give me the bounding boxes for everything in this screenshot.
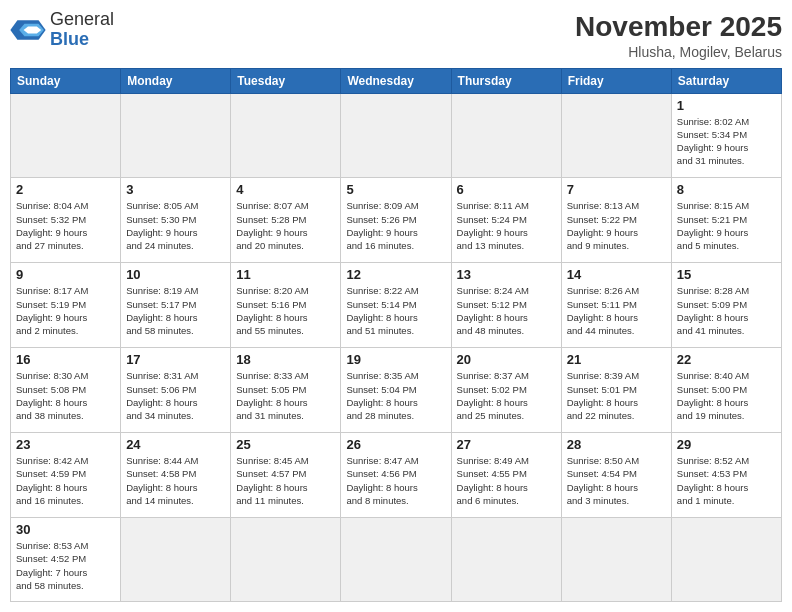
calendar-cell: 17Sunrise: 8:31 AM Sunset: 5:06 PM Dayli… [121, 348, 231, 433]
calendar-cell [231, 517, 341, 601]
day-number: 21 [567, 352, 666, 367]
calendar-cell: 12Sunrise: 8:22 AM Sunset: 5:14 PM Dayli… [341, 263, 451, 348]
day-info: Sunrise: 8:04 AM Sunset: 5:32 PM Dayligh… [16, 199, 115, 252]
day-info: Sunrise: 8:19 AM Sunset: 5:17 PM Dayligh… [126, 284, 225, 337]
logo-icon [10, 15, 46, 45]
day-info: Sunrise: 8:02 AM Sunset: 5:34 PM Dayligh… [677, 115, 776, 168]
day-info: Sunrise: 8:22 AM Sunset: 5:14 PM Dayligh… [346, 284, 445, 337]
day-info: Sunrise: 8:24 AM Sunset: 5:12 PM Dayligh… [457, 284, 556, 337]
week-row-3: 16Sunrise: 8:30 AM Sunset: 5:08 PM Dayli… [11, 348, 782, 433]
title-block: November 2025 Hlusha, Mogilev, Belarus [575, 10, 782, 60]
day-info: Sunrise: 8:53 AM Sunset: 4:52 PM Dayligh… [16, 539, 115, 592]
page: General Blue November 2025 Hlusha, Mogil… [0, 0, 792, 612]
day-info: Sunrise: 8:45 AM Sunset: 4:57 PM Dayligh… [236, 454, 335, 507]
calendar-cell: 22Sunrise: 8:40 AM Sunset: 5:00 PM Dayli… [671, 348, 781, 433]
day-info: Sunrise: 8:26 AM Sunset: 5:11 PM Dayligh… [567, 284, 666, 337]
logo: General Blue [10, 10, 114, 50]
weekday-header-tuesday: Tuesday [231, 68, 341, 93]
weekday-header-sunday: Sunday [11, 68, 121, 93]
calendar-cell: 29Sunrise: 8:52 AM Sunset: 4:53 PM Dayli… [671, 433, 781, 518]
day-number: 29 [677, 437, 776, 452]
day-info: Sunrise: 8:35 AM Sunset: 5:04 PM Dayligh… [346, 369, 445, 422]
calendar-cell: 27Sunrise: 8:49 AM Sunset: 4:55 PM Dayli… [451, 433, 561, 518]
calendar-cell [561, 93, 671, 178]
day-info: Sunrise: 8:37 AM Sunset: 5:02 PM Dayligh… [457, 369, 556, 422]
day-number: 25 [236, 437, 335, 452]
day-info: Sunrise: 8:13 AM Sunset: 5:22 PM Dayligh… [567, 199, 666, 252]
weekday-header-friday: Friday [561, 68, 671, 93]
day-info: Sunrise: 8:42 AM Sunset: 4:59 PM Dayligh… [16, 454, 115, 507]
day-number: 18 [236, 352, 335, 367]
logo-text: General Blue [50, 10, 114, 50]
day-number: 7 [567, 182, 666, 197]
day-info: Sunrise: 8:30 AM Sunset: 5:08 PM Dayligh… [16, 369, 115, 422]
day-number: 27 [457, 437, 556, 452]
day-number: 30 [16, 522, 115, 537]
calendar-cell: 24Sunrise: 8:44 AM Sunset: 4:58 PM Dayli… [121, 433, 231, 518]
calendar-cell: 25Sunrise: 8:45 AM Sunset: 4:57 PM Dayli… [231, 433, 341, 518]
calendar-table: SundayMondayTuesdayWednesdayThursdayFrid… [10, 68, 782, 602]
weekday-header-monday: Monday [121, 68, 231, 93]
day-info: Sunrise: 8:07 AM Sunset: 5:28 PM Dayligh… [236, 199, 335, 252]
calendar-cell [11, 93, 121, 178]
calendar-cell: 19Sunrise: 8:35 AM Sunset: 5:04 PM Dayli… [341, 348, 451, 433]
day-info: Sunrise: 8:40 AM Sunset: 5:00 PM Dayligh… [677, 369, 776, 422]
header: General Blue November 2025 Hlusha, Mogil… [10, 10, 782, 60]
calendar-cell: 20Sunrise: 8:37 AM Sunset: 5:02 PM Dayli… [451, 348, 561, 433]
day-number: 3 [126, 182, 225, 197]
calendar-cell [121, 93, 231, 178]
weekday-header-saturday: Saturday [671, 68, 781, 93]
weekday-header-thursday: Thursday [451, 68, 561, 93]
day-info: Sunrise: 8:47 AM Sunset: 4:56 PM Dayligh… [346, 454, 445, 507]
calendar-cell: 16Sunrise: 8:30 AM Sunset: 5:08 PM Dayli… [11, 348, 121, 433]
day-info: Sunrise: 8:15 AM Sunset: 5:21 PM Dayligh… [677, 199, 776, 252]
calendar-cell: 1Sunrise: 8:02 AM Sunset: 5:34 PM Daylig… [671, 93, 781, 178]
day-number: 10 [126, 267, 225, 282]
calendar-cell: 4Sunrise: 8:07 AM Sunset: 5:28 PM Daylig… [231, 178, 341, 263]
week-row-5: 30Sunrise: 8:53 AM Sunset: 4:52 PM Dayli… [11, 517, 782, 601]
day-number: 28 [567, 437, 666, 452]
calendar-cell: 13Sunrise: 8:24 AM Sunset: 5:12 PM Dayli… [451, 263, 561, 348]
calendar-cell: 26Sunrise: 8:47 AM Sunset: 4:56 PM Dayli… [341, 433, 451, 518]
day-number: 17 [126, 352, 225, 367]
calendar-cell: 5Sunrise: 8:09 AM Sunset: 5:26 PM Daylig… [341, 178, 451, 263]
day-number: 9 [16, 267, 115, 282]
day-number: 13 [457, 267, 556, 282]
day-number: 12 [346, 267, 445, 282]
week-row-1: 2Sunrise: 8:04 AM Sunset: 5:32 PM Daylig… [11, 178, 782, 263]
calendar-cell: 11Sunrise: 8:20 AM Sunset: 5:16 PM Dayli… [231, 263, 341, 348]
calendar-cell [561, 517, 671, 601]
day-number: 8 [677, 182, 776, 197]
day-info: Sunrise: 8:49 AM Sunset: 4:55 PM Dayligh… [457, 454, 556, 507]
calendar-cell [671, 517, 781, 601]
calendar-cell: 6Sunrise: 8:11 AM Sunset: 5:24 PM Daylig… [451, 178, 561, 263]
day-number: 26 [346, 437, 445, 452]
day-number: 20 [457, 352, 556, 367]
calendar-cell: 3Sunrise: 8:05 AM Sunset: 5:30 PM Daylig… [121, 178, 231, 263]
calendar-cell [341, 93, 451, 178]
calendar-cell: 15Sunrise: 8:28 AM Sunset: 5:09 PM Dayli… [671, 263, 781, 348]
calendar-cell: 30Sunrise: 8:53 AM Sunset: 4:52 PM Dayli… [11, 517, 121, 601]
day-info: Sunrise: 8:33 AM Sunset: 5:05 PM Dayligh… [236, 369, 335, 422]
week-row-2: 9Sunrise: 8:17 AM Sunset: 5:19 PM Daylig… [11, 263, 782, 348]
weekday-header-row: SundayMondayTuesdayWednesdayThursdayFrid… [11, 68, 782, 93]
day-info: Sunrise: 8:05 AM Sunset: 5:30 PM Dayligh… [126, 199, 225, 252]
day-number: 22 [677, 352, 776, 367]
calendar-cell: 28Sunrise: 8:50 AM Sunset: 4:54 PM Dayli… [561, 433, 671, 518]
day-number: 14 [567, 267, 666, 282]
calendar-cell [121, 517, 231, 601]
calendar-cell: 23Sunrise: 8:42 AM Sunset: 4:59 PM Dayli… [11, 433, 121, 518]
day-number: 1 [677, 98, 776, 113]
calendar-cell: 10Sunrise: 8:19 AM Sunset: 5:17 PM Dayli… [121, 263, 231, 348]
day-info: Sunrise: 8:09 AM Sunset: 5:26 PM Dayligh… [346, 199, 445, 252]
day-number: 2 [16, 182, 115, 197]
day-number: 16 [16, 352, 115, 367]
calendar-cell: 2Sunrise: 8:04 AM Sunset: 5:32 PM Daylig… [11, 178, 121, 263]
day-number: 6 [457, 182, 556, 197]
day-info: Sunrise: 8:44 AM Sunset: 4:58 PM Dayligh… [126, 454, 225, 507]
calendar-cell: 14Sunrise: 8:26 AM Sunset: 5:11 PM Dayli… [561, 263, 671, 348]
day-info: Sunrise: 8:31 AM Sunset: 5:06 PM Dayligh… [126, 369, 225, 422]
calendar-cell: 18Sunrise: 8:33 AM Sunset: 5:05 PM Dayli… [231, 348, 341, 433]
day-number: 15 [677, 267, 776, 282]
calendar-cell [231, 93, 341, 178]
